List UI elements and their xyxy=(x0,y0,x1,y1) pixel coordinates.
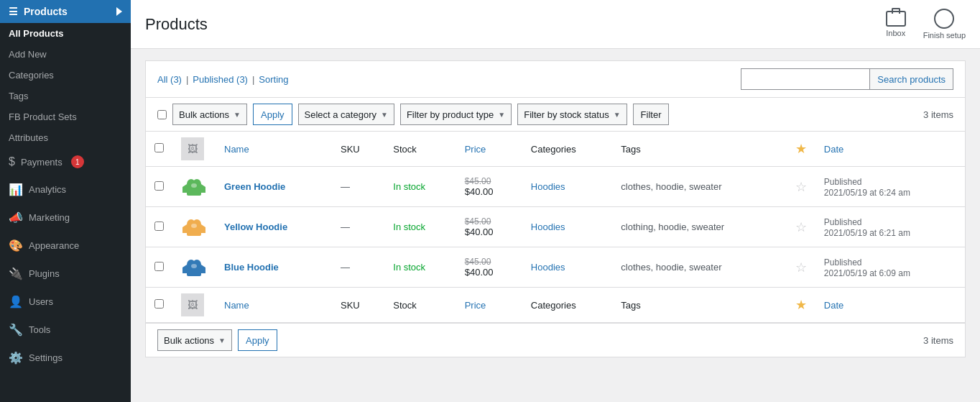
stock-status-0: In stock xyxy=(393,181,425,192)
bulk-actions-chevron-bottom: ▼ xyxy=(218,337,226,344)
sidebar-item-plugins[interactable]: 🔌 Plugins xyxy=(0,260,131,288)
sidebar-item-fb-product-sets[interactable]: FB Product Sets xyxy=(0,106,131,127)
search-input[interactable] xyxy=(741,68,870,90)
appearance-label: Appearance xyxy=(29,240,79,251)
featured-star-2[interactable]: ☆ xyxy=(795,260,807,275)
filter-published[interactable]: Published (3) xyxy=(193,74,248,85)
svg-point-11 xyxy=(191,224,197,228)
inbox-label: Inbox xyxy=(886,29,905,37)
row-categories-1[interactable]: Hoodies xyxy=(522,207,613,247)
sidebar-item-attributes[interactable]: Attributes xyxy=(0,127,131,148)
row-featured-1[interactable]: ☆ xyxy=(787,207,815,247)
sidebar-item-analytics[interactable]: 📊 Analytics xyxy=(0,175,131,204)
filter-sorting[interactable]: Sorting xyxy=(259,74,288,85)
sidebar-item-tools[interactable]: 🔧 Tools xyxy=(0,316,131,344)
filter-all[interactable]: All (3) xyxy=(157,74,182,85)
select-all-header-checkbox[interactable] xyxy=(154,143,164,152)
row-checkbox-0[interactable] xyxy=(146,167,172,207)
row-featured-0[interactable]: ☆ xyxy=(787,167,815,207)
sidebar-item-add-new[interactable]: Add New xyxy=(0,44,131,65)
fb-product-sets-link[interactable]: FB Product Sets xyxy=(0,106,131,127)
category-link-0[interactable]: Hoodies xyxy=(531,181,565,192)
row-checkbox-2[interactable] xyxy=(146,247,172,288)
row-categories-2[interactable]: Hoodies xyxy=(522,247,613,288)
category-link-1[interactable]: Hoodies xyxy=(531,221,565,232)
row-tags-2: clothes, hoodie, sweater xyxy=(612,247,786,288)
row-price-0: $45.00 $40.00 xyxy=(456,167,522,207)
sidebar-item-marketing[interactable]: 📣 Marketing xyxy=(0,204,131,232)
row-name-0[interactable]: Green Hoodie xyxy=(216,167,332,207)
inbox-icon xyxy=(886,11,906,27)
hoodie-svg-0 xyxy=(181,173,207,198)
sidebar-item-categories[interactable]: Categories xyxy=(0,65,131,86)
product-type-chevron: ▼ xyxy=(498,111,505,119)
sidebar-sub-menu: All Products Add New Categories Tags FB … xyxy=(0,23,131,148)
row-price-1: $45.00 $40.00 xyxy=(456,207,522,247)
name-column-link[interactable]: Name xyxy=(224,144,249,155)
filter-button[interactable]: Filter xyxy=(633,104,670,125)
category-link-2[interactable]: Hoodies xyxy=(531,262,565,273)
product-type-dropdown[interactable]: Filter by product type ▼ xyxy=(400,104,512,125)
th-featured: ★ xyxy=(787,132,815,167)
apply-button-bottom[interactable]: Apply xyxy=(238,329,277,351)
date-footer-link[interactable]: Date xyxy=(824,300,843,311)
sidebar-item-settings[interactable]: ⚙️ Settings xyxy=(0,344,131,372)
category-label: Select a category xyxy=(305,109,376,120)
all-products-link[interactable]: All Products xyxy=(0,23,131,44)
row-featured-2[interactable]: ☆ xyxy=(787,247,815,288)
plugins-icon: 🔌 xyxy=(9,267,23,280)
name-footer-link[interactable]: Name xyxy=(224,300,249,311)
row-select-2[interactable] xyxy=(154,262,164,271)
featured-star-0[interactable]: ☆ xyxy=(795,180,807,194)
select-all-footer-checkbox[interactable] xyxy=(154,299,164,309)
row-select-0[interactable] xyxy=(154,181,164,191)
bulk-actions-dropdown-top[interactable]: Bulk actions ▼ xyxy=(172,104,247,125)
finish-setup-button[interactable]: Finish setup xyxy=(923,9,966,40)
select-all-checkbox-top[interactable] xyxy=(157,110,167,119)
categories-link[interactable]: Categories xyxy=(0,65,131,86)
sidebar-item-appearance[interactable]: 🎨 Appearance xyxy=(0,232,131,260)
apply-button-top[interactable]: Apply xyxy=(253,104,292,125)
th-categories: Categories xyxy=(522,132,613,167)
category-dropdown[interactable]: Select a category ▼ xyxy=(298,104,394,125)
sidebar-item-all-products[interactable]: All Products xyxy=(0,23,131,44)
appearance-icon: 🎨 xyxy=(9,239,23,252)
products-table: 🖼 Name SKU Stock Price Categories Tags xyxy=(146,132,965,323)
row-checkbox-1[interactable] xyxy=(146,207,172,247)
stock-status-dropdown[interactable]: Filter by stock status ▼ xyxy=(517,104,627,125)
svg-marker-7 xyxy=(182,224,187,233)
sidebar-products-header[interactable]: ☰ Products xyxy=(0,0,131,23)
date-value-1: 2021/05/19 at 6:21 am xyxy=(824,228,910,238)
product-link-0[interactable]: Green Hoodie xyxy=(224,181,285,192)
add-new-link[interactable]: Add New xyxy=(0,44,131,65)
bulk-actions-dropdown-bottom[interactable]: Bulk actions ▼ xyxy=(157,329,232,351)
search-products-button[interactable]: Search products xyxy=(870,68,953,90)
product-link-1[interactable]: Yellow Hoodie xyxy=(224,221,287,232)
row-name-2[interactable]: Blue Hoodie xyxy=(216,247,332,288)
date-column-link[interactable]: Date xyxy=(824,144,843,155)
tags-link[interactable]: Tags xyxy=(0,86,131,106)
sidebar-item-tags[interactable]: Tags xyxy=(0,86,131,106)
th-checkbox xyxy=(146,132,172,167)
row-name-1[interactable]: Yellow Hoodie xyxy=(216,207,332,247)
row-select-1[interactable] xyxy=(154,221,164,231)
plugins-label: Plugins xyxy=(29,268,60,279)
product-link-2[interactable]: Blue Hoodie xyxy=(224,262,279,273)
svg-marker-2 xyxy=(201,184,205,193)
bulk-actions-label-bottom: Bulk actions xyxy=(164,335,214,346)
inbox-button[interactable]: Inbox xyxy=(886,11,906,37)
attributes-link[interactable]: Attributes xyxy=(0,127,131,148)
bulk-actions-label-top: Bulk actions xyxy=(179,109,229,120)
price-new-2: $40.00 xyxy=(465,267,514,278)
price-new-0: $40.00 xyxy=(465,186,514,197)
row-categories-0[interactable]: Hoodies xyxy=(522,167,613,207)
featured-star-1[interactable]: ☆ xyxy=(795,220,807,234)
tf-date: Date xyxy=(815,288,965,323)
sidebar-item-payments[interactable]: $ Payments 1 xyxy=(0,148,131,175)
table-footer-row: 🖼 Name SKU Stock Price Categories Tags xyxy=(146,288,965,323)
sidebar-item-users[interactable]: 👤 Users xyxy=(0,288,131,316)
price-footer-link[interactable]: Price xyxy=(465,300,486,311)
sidebar-header-label: Products xyxy=(24,6,68,17)
price-column-link[interactable]: Price xyxy=(465,144,486,155)
th-price: Price xyxy=(456,132,522,167)
